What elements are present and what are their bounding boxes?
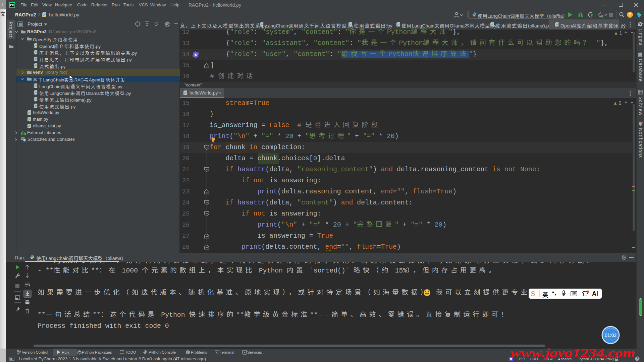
svg-text:01:02: 01:02: [605, 333, 616, 338]
